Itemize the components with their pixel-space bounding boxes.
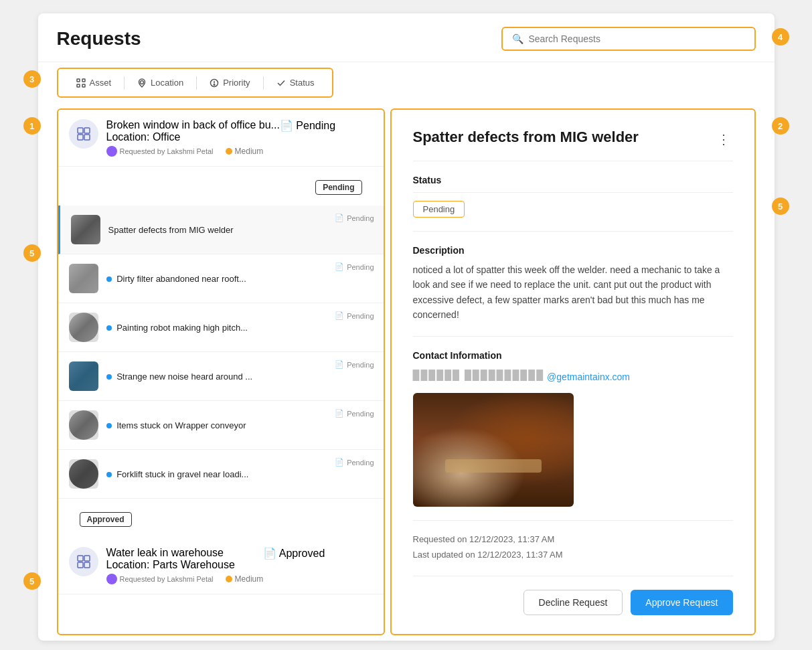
detail-header: Spatter defects from MIG welder ⋮ — [413, 129, 733, 161]
pending-icon: 📄 — [335, 214, 344, 222]
item-title: Forklift stuck in gravel near loadi... — [106, 469, 373, 479]
filter-priority[interactable]: Priority — [199, 73, 260, 92]
status-section: Status Pending — [413, 175, 733, 218]
item-info: Spatter defects from MIG welder — [108, 225, 373, 235]
svg-rect-12 — [78, 556, 83, 561]
contact-title: Contact Information — [413, 350, 733, 361]
item-badge: 📄 Pending — [335, 409, 374, 418]
unread-dot — [106, 423, 112, 428]
unread-dot — [106, 472, 112, 477]
item-info: Broken window in back of office bu... Lo… — [106, 119, 280, 157]
search-icon: 🔍 — [512, 33, 523, 44]
svg-rect-3 — [82, 84, 85, 87]
svg-rect-2 — [77, 84, 80, 87]
item-location: Location: Parts Warehouse — [106, 559, 264, 571]
search-container[interactable]: 🔍 — [501, 27, 756, 51]
item-info: Items stuck on Wrapper conveyor — [106, 420, 373, 430]
unread-dot — [106, 325, 112, 331]
contact-section: Contact Information ██████ ██████████ @g… — [413, 350, 733, 382]
item-badge: 📄 Pending — [280, 119, 335, 132]
list-item[interactable]: Dirty filter abandoned near rooft... 📄 P… — [58, 254, 384, 303]
svg-rect-0 — [77, 79, 80, 82]
list-item[interactable]: Painting robot making high pitch... 📄 Pe… — [58, 303, 384, 352]
image-inner — [413, 393, 574, 507]
detail-title: Spatter defects from MIG welder — [413, 129, 639, 146]
priority-dot — [226, 576, 232, 582]
svg-rect-13 — [84, 556, 90, 561]
description-title: Description — [413, 245, 733, 256]
pending-icon: 📄 — [335, 360, 344, 369]
timestamps: Requested on 12/12/2023, 11:37 AM Last u… — [413, 534, 733, 560]
list-item[interactable]: Forklift stuck in gravel near loadi... 📄… — [58, 450, 384, 499]
priority-dot — [226, 148, 232, 155]
unread-dot — [106, 276, 112, 282]
item-thumbnail — [71, 215, 100, 244]
approve-button[interactable]: Approve Request — [631, 590, 732, 615]
pending-icon: 📄 — [335, 311, 344, 320]
avatar — [106, 146, 117, 157]
svg-rect-9 — [84, 128, 90, 133]
filter-asset[interactable]: Asset — [66, 73, 122, 92]
svg-point-7 — [214, 84, 215, 85]
request-detail: Spatter defects from MIG welder ⋮ Status… — [390, 108, 756, 635]
item-thumbnail — [69, 410, 98, 440]
svg-point-4 — [141, 80, 144, 84]
list-item[interactable]: Broken window in back of office bu... Lo… — [58, 110, 384, 167]
annotation-3: 3 — [23, 70, 41, 88]
item-title: Items stuck on Wrapper conveyor — [106, 420, 373, 430]
annotation-1: 1 — [23, 117, 41, 135]
svg-rect-1 — [82, 79, 85, 82]
requests-list: Broken window in back of office bu... Lo… — [57, 108, 385, 635]
annotation-4: 4 — [772, 28, 789, 46]
item-icon — [69, 119, 98, 149]
svg-rect-14 — [78, 562, 83, 568]
item-badge: 📄 Pending — [335, 214, 374, 222]
svg-rect-11 — [84, 135, 90, 140]
list-item-active[interactable]: Spatter defects from MIG welder 📄 Pendin… — [58, 206, 384, 254]
approved-section-header: Approved — [58, 499, 384, 538]
annotation-5-top: 5 — [23, 244, 41, 262]
contact-email[interactable]: @getmaintainx.com — [547, 372, 630, 382]
item-title: Broken window in back of office bu... — [106, 119, 280, 131]
item-info: Dirty filter abandoned near rooft... — [106, 274, 373, 284]
pending-icon: 📄 — [335, 409, 344, 418]
approved-icon: 📄 — [263, 548, 276, 559]
item-info: Strange new noise heard around ... — [106, 372, 373, 382]
item-info: Forklift stuck in gravel near loadi... — [106, 469, 373, 479]
list-item[interactable]: Water leak in warehouse Location: Parts … — [58, 538, 384, 594]
action-buttons: Decline Request Approve Request — [413, 576, 733, 615]
item-badge: 📄 Pending — [335, 458, 374, 467]
requested-on: Requested on 12/12/2023, 11:37 AM — [413, 534, 733, 544]
filter-status[interactable]: Status — [266, 73, 325, 92]
filter-location[interactable]: Location — [127, 73, 193, 92]
item-info: Painting robot making high pitch... — [106, 323, 373, 333]
annotation-5-bottom: 5 — [23, 572, 41, 590]
approved-label: Approved — [80, 512, 132, 527]
more-options-button[interactable]: ⋮ — [714, 129, 733, 150]
item-badge: 📄 Pending — [335, 360, 374, 369]
item-status: Pending — [347, 361, 374, 369]
item-thumbnail — [69, 264, 98, 293]
item-status: Approved — [279, 548, 325, 559]
item-meta-row: Requested by Lakshmi Petal Medium — [106, 574, 264, 584]
description-text: noticed a lot of spatter this week off t… — [413, 262, 733, 323]
decline-button[interactable]: Decline Request — [523, 590, 623, 615]
item-title: Water leak in warehouse — [106, 547, 264, 559]
page-title: Requests — [57, 28, 141, 50]
weld-detail — [445, 459, 542, 473]
item-meta-row: Requested by Lakshmi Petal Medium — [106, 146, 280, 157]
item-title: Painting robot making high pitch... — [106, 323, 373, 333]
email-blurred: ██████ ██████████ — [413, 370, 545, 380]
contact-email-row: ██████ ██████████ @getmaintainx.com — [413, 368, 733, 382]
item-thumbnail — [69, 313, 98, 342]
item-status: Pending — [347, 214, 374, 222]
search-input[interactable] — [529, 33, 745, 44]
priority-label: Medium — [235, 147, 264, 156]
item-status: Pending — [347, 459, 374, 467]
requested-by: Requested by Lakshmi Petal — [120, 147, 214, 155]
item-title: Dirty filter abandoned near rooft... — [106, 274, 373, 284]
list-item[interactable]: Items stuck on Wrapper conveyor 📄 Pendin… — [58, 401, 384, 450]
svg-rect-10 — [78, 135, 83, 140]
list-item[interactable]: Strange new noise heard around ... 📄 Pen… — [58, 352, 384, 401]
status-badge: Pending — [413, 201, 465, 218]
